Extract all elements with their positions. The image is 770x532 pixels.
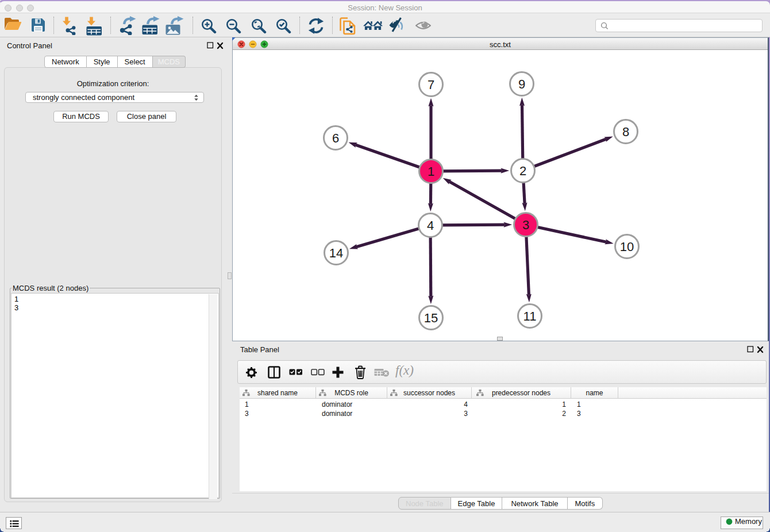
svg-text:4: 4 — [427, 218, 434, 233]
svg-text:1: 1 — [428, 164, 434, 179]
svg-text:11: 11 — [523, 309, 537, 323]
svg-text:3: 3 — [522, 218, 529, 232]
svg-text:15: 15 — [424, 311, 438, 325]
svg-text:2: 2 — [519, 164, 526, 178]
svg-text:7: 7 — [428, 78, 434, 92]
svg-text:14: 14 — [329, 246, 343, 260]
svg-text:6: 6 — [332, 131, 339, 145]
svg-text:8: 8 — [622, 125, 629, 139]
svg-text:9: 9 — [518, 77, 525, 91]
svg-text:10: 10 — [620, 240, 634, 254]
